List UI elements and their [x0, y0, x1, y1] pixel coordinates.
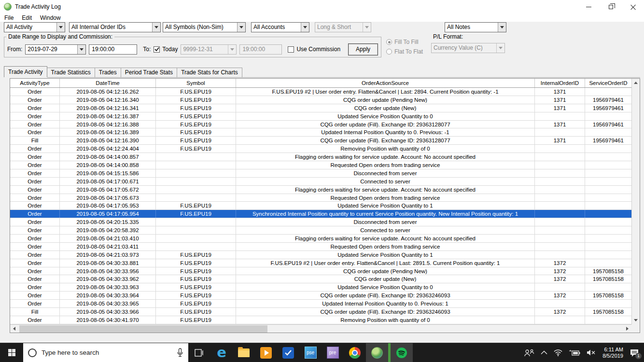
people-icon[interactable]	[524, 349, 534, 357]
vertical-scrollbar[interactable]	[631, 79, 640, 324]
table-row[interactable]: Order2019-08-05 04:30:33.962F.US.EPU19CQ…	[10, 275, 631, 283]
hscroll-thumb[interactable]	[19, 325, 267, 333]
table-row[interactable]: Order2019-08-05 04:30:33.963F.US.EPU19Up…	[10, 283, 631, 292]
scroll-up-button[interactable]	[632, 79, 640, 87]
chevron-down-icon[interactable]	[498, 23, 506, 32]
table-row[interactable]: Order2019-08-05 04:12:16.389F.US.EPU19Up…	[10, 128, 631, 137]
table-cell: Updated Service Position Quantity to 1	[236, 202, 535, 209]
action-center-button[interactable]: 1	[630, 348, 639, 357]
today-checkbox[interactable]: Today	[154, 46, 178, 53]
table-row[interactable]: Order2019-08-05 04:12:16.387F.US.EPU19Up…	[10, 112, 631, 121]
table-row[interactable]: Order2019-08-05 04:12:16.341F.US.EPU19CQ…	[10, 104, 631, 112]
hscroll-track[interactable]	[18, 325, 623, 333]
tab-trade-stats-for-charts[interactable]: Trade Stats for Charts	[177, 68, 242, 77]
table-cell: 2019-08-05 04:20:15.335	[60, 218, 156, 226]
close-button[interactable]	[622, 0, 644, 14]
table-row[interactable]: Order2019-08-05 04:21:03.411Requested Op…	[10, 243, 631, 251]
table-row[interactable]: Order2019-08-05 04:21:03.973F.US.EPU19Up…	[10, 251, 631, 259]
photoshop-elements-button[interactable]: pse	[299, 343, 322, 362]
chrome-button[interactable]	[344, 343, 366, 362]
chevron-down-icon[interactable]	[152, 23, 160, 32]
table-row[interactable]: Order2019-08-05 04:30:33.964F.US.EPU19CQ…	[10, 292, 631, 300]
taskbar-clock[interactable]: 6:11 AM 8/5/2019	[602, 347, 623, 359]
column-header-symbol[interactable]: Symbol	[156, 79, 236, 87]
chevron-down-icon[interactable]	[237, 23, 245, 32]
table-row[interactable]: Order2019-08-05 04:20:58.392Connected to…	[10, 226, 631, 235]
premiere-elements-button[interactable]: pre	[322, 343, 344, 362]
volume-muted-icon[interactable]	[587, 349, 596, 356]
column-header-orderactionsource[interactable]: OrderActionSource	[236, 79, 535, 87]
battery-charging-icon[interactable]	[569, 349, 580, 356]
scroll-down-button[interactable]	[632, 316, 640, 324]
table-row[interactable]: Order2019-08-05 04:17:05.672Flagging ord…	[10, 186, 631, 194]
table-cell: 2019-08-05 04:21:03.410	[60, 235, 156, 242]
column-header-internalorderid[interactable]: InternalOrderID	[535, 79, 585, 87]
menu-window[interactable]: Window	[40, 14, 61, 21]
title-bar[interactable]: Trade Activity Log	[0, 0, 644, 14]
scroll-left-button[interactable]	[10, 325, 18, 333]
check-app-button[interactable]	[277, 343, 299, 362]
movies-tv-button[interactable]	[255, 343, 277, 362]
table-row[interactable]: Order2019-08-05 04:17:00.671Connected to…	[10, 178, 631, 186]
table-row[interactable]: Order2019-08-05 04:30:33.965F.US.EPU19Up…	[10, 300, 631, 308]
long-short-value: Long & Short	[315, 23, 363, 32]
horizontal-scrollbar[interactable]	[10, 324, 631, 333]
accounts-filter-dropdown[interactable]: All Accounts	[251, 22, 309, 32]
restore-button[interactable]	[600, 0, 622, 14]
start-button[interactable]	[0, 343, 23, 362]
chevron-down-icon[interactable]	[301, 23, 309, 32]
trade-app-taskbar-button[interactable]	[366, 343, 388, 362]
task-view-button[interactable]	[188, 343, 210, 362]
table-row[interactable]: Order2019-08-05 04:21:03.410Flagging ord…	[10, 235, 631, 243]
table-row[interactable]: Order2019-08-05 04:30:33.881F.US.EPU19F.…	[10, 259, 631, 267]
table-row[interactable]: Order2019-08-05 04:17:05.954F.US.EPU19Sy…	[10, 210, 631, 218]
activity-filter-dropdown[interactable]: All Activity	[4, 22, 65, 32]
microphone-icon[interactable]	[177, 348, 183, 358]
column-header-datetime[interactable]: DateTime	[60, 79, 156, 87]
from-date-dropdown[interactable]: 2019-07-29	[25, 44, 86, 55]
table-row[interactable]: Order2019-08-05 04:30:33.956F.US.EPU19CQ…	[10, 267, 631, 276]
system-tray: 6:11 AM 8/5/2019 1	[524, 343, 644, 362]
checkbox-checked-icon	[154, 46, 160, 53]
table-cell: Fill	[10, 308, 60, 316]
table-row[interactable]: Order2019-08-05 04:14:00.857Flagging ord…	[10, 153, 631, 161]
table-row[interactable]: Order2019-08-05 04:12:24.404F.US.EPU19Re…	[10, 145, 631, 153]
wifi-icon[interactable]	[554, 349, 562, 356]
tab-trade-activity[interactable]: Trade Activity	[4, 66, 47, 77]
tab-trades[interactable]: Trades	[95, 68, 121, 77]
table-row[interactable]: Fill2019-08-05 04:30:33.966F.US.EPU19CQG…	[10, 308, 631, 316]
tab-trade-statistics[interactable]: Trade Statistics	[47, 68, 95, 77]
table-row[interactable]: Order2019-08-05 04:20:15.335Disconnected…	[10, 218, 631, 226]
table-row[interactable]: Order2019-08-05 04:17:05.673Requested Op…	[10, 194, 631, 202]
hidden-icons-chevron-up-icon[interactable]	[541, 350, 547, 355]
file-explorer-button[interactable]	[233, 343, 255, 362]
search-input[interactable]: Type here to search	[23, 343, 188, 362]
to-label: To:	[143, 46, 151, 53]
table-row[interactable]: Order2019-08-05 04:15:15.586Disconnected…	[10, 169, 631, 178]
table-row[interactable]: Order2019-08-05 04:14:00.858Requested Op…	[10, 161, 631, 169]
table-row[interactable]: Fill2019-08-05 04:12:16.390F.US.EPU19CQG…	[10, 137, 631, 145]
internal-order-ids-dropdown[interactable]: All Internal Order IDs	[69, 22, 161, 32]
table-cell: 1372	[535, 275, 585, 283]
minimize-button[interactable]	[577, 0, 600, 14]
apply-button[interactable]: Apply	[348, 43, 378, 56]
column-header-activitytype[interactable]: ActivityType	[10, 79, 60, 87]
table-row[interactable]: Order2019-08-05 04:12:16.388F.US.EPU19CQ…	[10, 121, 631, 129]
notes-filter-dropdown[interactable]: All Notes	[445, 22, 506, 32]
symbols-filter-dropdown[interactable]: All Symbols (Non-Sim)	[163, 22, 246, 32]
chevron-down-icon[interactable]	[77, 45, 85, 54]
menu-file[interactable]: File	[4, 14, 14, 21]
table-row[interactable]: Order2019-08-05 04:17:05.953F.US.EPU19Up…	[10, 202, 631, 210]
chevron-down-icon[interactable]	[56, 23, 65, 32]
use-commission-checkbox[interactable]: Use Commission	[288, 46, 340, 53]
from-time-input[interactable]: 19:00:00	[89, 44, 137, 55]
tab-period-trade-stats[interactable]: Period Trade Stats	[121, 68, 177, 77]
edge-browser-button[interactable]: e	[210, 343, 233, 362]
column-header-serviceorderid[interactable]: ServiceOrderID	[585, 79, 631, 87]
scroll-right-button[interactable]	[623, 325, 631, 333]
table-row[interactable]: Order2019-08-05 04:12:16.340F.US.EPU19CQ…	[10, 96, 631, 104]
spotify-button[interactable]	[391, 343, 413, 362]
table-row[interactable]: Order2019-08-05 04:30:41.970F.US.EPU19Re…	[10, 316, 631, 324]
table-row[interactable]: Order2019-08-05 04:12:16.262F.US.EPU19F.…	[10, 88, 631, 96]
menu-edit[interactable]: Edit	[22, 14, 32, 21]
